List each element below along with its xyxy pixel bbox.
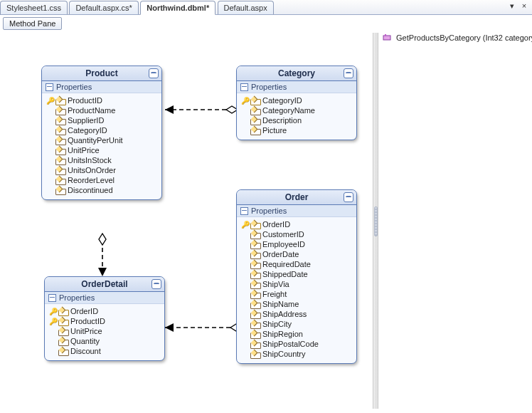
key-icon: 🔑 [49,308,56,315]
chevron-up-icon[interactable] [149,68,159,78]
svg-rect-9 [383,36,390,40]
collapse-icon[interactable] [240,83,248,91]
property-icon [55,107,65,115]
tab-default-cs[interactable]: Default.aspx.cs* [69,1,138,14]
property-row[interactable]: EmployeeID [240,239,353,249]
property-icon [55,167,65,174]
property-icon [250,310,260,318]
property-name: RequiredDate [262,260,311,268]
property-name: Picture [262,126,287,135]
property-icon [250,127,260,135]
method-item-label: GetProductsByCategory (Int32 categoryID) [396,33,532,42]
svg-marker-7 [165,323,174,332]
property-row[interactable]: ShipVia [240,279,353,289]
properties-header[interactable]: Properties [237,205,356,217]
property-row[interactable]: ProductName [45,105,159,115]
property-row[interactable]: UnitPrice [45,145,159,155]
properties-header[interactable]: Properties [45,292,164,304]
window-controls: ▾ × [507,1,529,11]
chevron-up-icon[interactable] [344,68,353,78]
entity-title-order[interactable]: Order [237,190,356,205]
property-icon [58,318,68,325]
property-row[interactable]: ShippedDate [240,269,353,279]
entity-title-label: Order [285,192,309,202]
property-row[interactable]: OrderDate [240,249,353,259]
property-row[interactable]: ShipName [240,299,353,309]
property-row[interactable]: 🔑ProductID [48,316,161,326]
property-name: Discontinued [68,186,113,194]
property-row[interactable]: Quantity [48,336,161,346]
property-row[interactable]: ReorderLevel [45,175,159,185]
property-list: 🔑CategoryIDCategoryNameDescriptionPictur… [237,93,356,140]
key-icon: 🔑 [46,97,53,105]
property-list: 🔑OrderIDCustomerIDEmployeeIDOrderDateReq… [237,217,356,363]
property-icon [250,231,260,239]
property-icon [55,187,65,194]
close-icon[interactable]: × [519,1,529,10]
entity-order[interactable]: Order Properties 🔑OrderIDCustomerIDEmplo… [236,189,357,364]
property-row[interactable]: Picture [240,125,353,135]
property-row[interactable]: 🔑ProductID [45,95,159,105]
property-name: UnitPrice [68,146,100,155]
tab-default-aspx[interactable]: Default.aspx [218,1,274,14]
method-pane-button[interactable]: Method Pane [3,17,62,30]
method-item[interactable]: GetProductsByCategory (Int32 categoryID) [380,31,529,44]
property-name: ShippedDate [262,270,308,278]
property-row[interactable]: Discount [48,346,161,356]
window-menu-icon[interactable]: ▾ [507,1,517,11]
chevron-up-icon[interactable] [344,192,353,202]
property-name: ShipAddress [262,310,307,318]
property-row[interactable]: ShipAddress [240,309,353,319]
entity-title-label: Product [85,68,117,78]
entity-product[interactable]: Product Properties 🔑ProductIDProductName… [41,66,162,200]
property-row[interactable]: QuantityPerUnit [45,135,159,145]
property-name: SupplierID [68,116,104,125]
chevron-up-icon[interactable] [151,279,161,289]
property-name: Discount [70,347,101,355]
property-row[interactable]: RequiredDate [240,259,353,269]
entity-title-product[interactable]: Product [42,66,161,81]
property-name: ShipRegion [262,330,303,338]
collapse-icon[interactable] [240,207,248,215]
method-pane-panel: GetProductsByCategory (Int32 categoryID) [380,31,529,410]
property-row[interactable]: Discontinued [45,185,159,195]
property-row[interactable]: 🔑OrderID [240,219,353,229]
tab-stylesheet[interactable]: Stylesheet1.css [0,1,68,14]
property-row[interactable]: Description [240,115,353,125]
tab-northwind-dbml[interactable]: Northwind.dbml* [140,1,216,15]
property-icon [55,97,65,105]
collapse-icon[interactable] [48,294,56,302]
property-icon [250,300,260,308]
property-row[interactable]: SupplierID [45,115,159,125]
property-row[interactable]: CategoryName [240,105,353,115]
entity-title-category[interactable]: Category [237,66,356,81]
property-row[interactable]: ShipCity [240,319,353,329]
entity-title-orderdetail[interactable]: OrderDetail [45,277,164,292]
orm-design-surface[interactable]: Product Properties 🔑ProductIDProductName… [3,31,373,410]
property-row[interactable]: UnitsInStock [45,155,159,165]
properties-header[interactable]: Properties [237,81,356,93]
property-row[interactable]: Freight [240,289,353,299]
property-row[interactable]: 🔑OrderID [48,306,161,316]
entity-orderdetail[interactable]: OrderDetail Properties 🔑OrderID🔑ProductI… [44,276,165,361]
property-row[interactable]: UnitPrice [48,326,161,336]
property-row[interactable]: UnitsOnOrder [45,165,159,175]
property-icon [250,261,260,268]
property-name: CategoryID [68,126,107,135]
property-row[interactable]: ShipRegion [240,329,353,339]
property-row[interactable]: CategoryID [45,125,159,135]
property-row[interactable]: CustomerID [240,229,353,239]
property-row[interactable]: ShipPostalCode [240,339,353,349]
key-icon: 🔑 [241,97,248,105]
svg-marker-1 [165,105,174,114]
entity-category[interactable]: Category Properties 🔑CategoryIDCategoryN… [236,66,357,140]
property-icon [250,117,260,125]
property-row[interactable]: ShipCountry [240,349,353,359]
properties-header-label: Properties [251,83,287,91]
designer-toolbar: Method Pane [3,17,62,30]
property-list: 🔑ProductIDProductNameSupplierIDCategoryI… [42,93,161,199]
properties-header[interactable]: Properties [42,81,161,93]
property-row[interactable]: 🔑CategoryID [240,95,353,105]
splitter-handle[interactable] [373,33,378,409]
collapse-icon[interactable] [46,83,53,91]
